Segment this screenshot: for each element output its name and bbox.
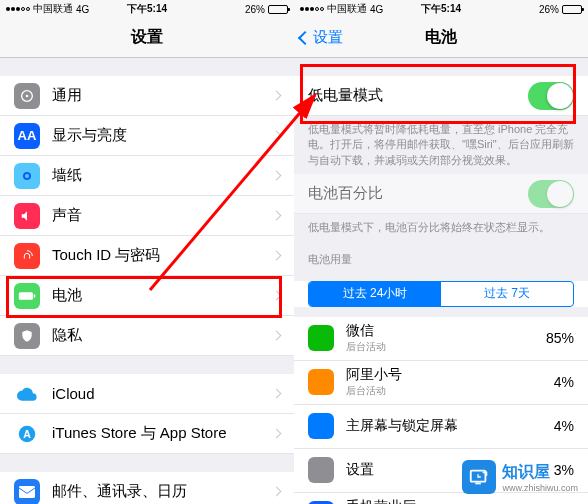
status-bar: 中国联通 4G 下午5:14 26% [294,0,588,18]
chevron-left-icon [298,30,312,44]
back-button[interactable]: 设置 [300,28,343,47]
settings-row-墙纸[interactable]: 墙纸 [0,156,294,196]
appstore-icon: A [14,421,40,447]
time-label: 下午5:14 [394,2,488,16]
nav-bar: 设置 电池 [294,18,588,58]
settings-screen: 中国联通 4G 下午5:14 26% 设置 通用AA显示与亮度墙纸声音Touch… [0,0,294,504]
usage-header: 电池用量 [294,242,588,271]
app-icon [308,413,334,439]
chevron-right-icon [272,251,282,261]
battery-pct-label: 电池百分比 [308,184,528,203]
settings-row-显示与亮度[interactable]: AA显示与亮度 [0,116,294,156]
app-subtitle: 后台活动 [346,340,546,354]
svg-rect-4 [19,292,33,300]
app-subtitle: 后台活动 [346,384,554,398]
settings-row-Touch ID 与密码[interactable]: Touch ID 与密码 [0,236,294,276]
settings-row-隐私[interactable]: 隐私 [0,316,294,356]
general-icon [14,83,40,109]
chevron-right-icon [272,487,282,497]
battery-icon [14,283,40,309]
battery-pct-desc: 低电量模式下，电池百分比将始终在状态栏显示。 [294,214,588,241]
status-bar: 中国联通 4G 下午5:14 26% [0,0,294,18]
network-label: 4G [76,4,89,15]
network-label: 4G [370,4,383,15]
carrier-label: 中国联通 [33,2,73,16]
carrier-label: 中国联通 [327,2,367,16]
svg-rect-8 [19,486,35,498]
row-label: 墙纸 [52,166,273,185]
chevron-right-icon [272,211,282,221]
low-power-mode-row[interactable]: 低电量模式 [294,76,588,116]
battery-pct-row[interactable]: 电池百分比 [294,174,588,214]
time-range-segment[interactable]: 过去 24小时 过去 7天 [308,281,574,307]
privacy-icon [14,323,40,349]
settings-row-iTunes Store 与 App Store[interactable]: AiTunes Store 与 App Store [0,414,294,454]
app-icon [308,325,334,351]
chevron-right-icon [272,389,282,399]
chevron-right-icon [272,331,282,341]
chevron-right-icon [272,429,282,439]
row-label: 声音 [52,206,273,225]
wallpaper-icon [14,163,40,189]
low-power-desc: 低电量模式将暂时降低耗电量，直至您 iPhone 完全充电。打开后，将停用邮件获… [294,116,588,174]
row-label: 邮件、通讯录、日历 [52,482,273,501]
app-icon [308,457,334,483]
icloud-icon [14,381,40,407]
chevron-right-icon [272,131,282,141]
app-icon [308,369,334,395]
low-power-switch[interactable] [528,82,574,110]
touchid-icon [14,243,40,269]
row-label: 隐私 [52,326,273,345]
usage-percent: 85% [546,330,574,346]
usage-row[interactable]: 手机营业厅后台活动2% [294,493,588,504]
mail-icon [14,479,40,505]
battery-screen: 中国联通 4G 下午5:14 26% 设置 电池 低电量模式 低电量模式将暂时降… [294,0,588,504]
settings-row-声音[interactable]: 声音 [0,196,294,236]
usage-percent: 4% [554,418,574,434]
settings-row-电池[interactable]: 电池 [0,276,294,316]
watermark-url: www.zhishiwu.com [502,483,578,493]
svg-point-3 [25,174,29,178]
settings-row-通用[interactable]: 通用 [0,76,294,116]
row-label: 电池 [52,286,273,305]
svg-text:A: A [23,427,31,439]
battery-icon [562,5,582,14]
battery-pct-switch[interactable] [528,180,574,208]
usage-percent: 4% [554,374,574,390]
signal-dots [6,7,30,11]
row-label: 显示与亮度 [52,126,273,145]
usage-row[interactable]: 主屏幕与锁定屏幕4% [294,405,588,449]
battery-pct-label: 26% [245,4,265,15]
nav-bar: 设置 [0,18,294,58]
settings-row-iCloud[interactable]: iCloud [0,374,294,414]
app-name: 微信 [346,322,546,340]
app-name: 主屏幕与锁定屏幕 [346,417,554,435]
row-label: iCloud [52,385,273,402]
sound-icon [14,203,40,229]
svg-rect-18 [476,483,482,485]
svg-rect-5 [34,294,36,297]
low-power-label: 低电量模式 [308,86,528,105]
usage-row[interactable]: 阿里小号后台活动4% [294,361,588,405]
battery-pct-label: 26% [539,4,559,15]
watermark-name: 知识屋 [502,462,578,483]
svg-point-1 [26,94,29,97]
row-label: 通用 [52,86,273,105]
row-label: Touch ID 与密码 [52,246,273,265]
watermark-icon [462,460,496,494]
signal-dots [300,7,324,11]
seg-24h[interactable]: 过去 24小时 [309,282,441,306]
usage-row[interactable]: 微信后台活动85% [294,317,588,361]
seg-7d[interactable]: 过去 7天 [441,282,573,306]
app-name: 手机营业厅 [346,498,554,504]
app-name: 阿里小号 [346,366,554,384]
battery-icon [268,5,288,14]
display-icon: AA [14,123,40,149]
row-label: iTunes Store 与 App Store [52,424,273,443]
time-label: 下午5:14 [100,2,194,16]
chevron-right-icon [272,291,282,301]
watermark: 知识屋 www.zhishiwu.com [462,460,578,494]
settings-row-邮件、通讯录、日历[interactable]: 邮件、通讯录、日历 [0,472,294,504]
page-title: 设置 [0,27,294,48]
chevron-right-icon [272,171,282,181]
